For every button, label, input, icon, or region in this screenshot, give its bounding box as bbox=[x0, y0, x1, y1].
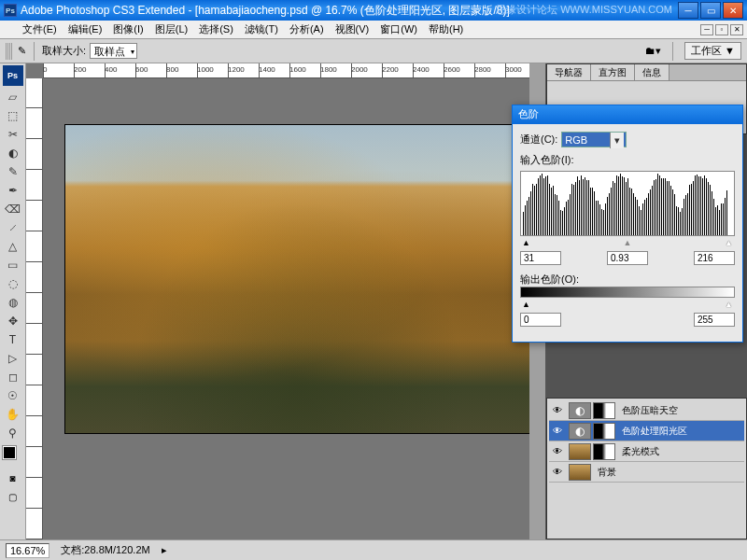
gamma-slider[interactable]: ▲ bbox=[624, 238, 632, 247]
watermark: 思缘设计论坛 WWW.MISSYUAN.COM bbox=[496, 3, 672, 17]
ruler-horizontal[interactable]: 0200400600800100012001400160018002000220… bbox=[43, 63, 529, 78]
layer-row[interactable]: 👁 色阶压暗天空 bbox=[549, 400, 744, 421]
layer-name[interactable]: 柔光模式 bbox=[622, 445, 659, 458]
menu-analysis[interactable]: 分析(A) bbox=[284, 22, 330, 36]
menu-image[interactable]: 图像(I) bbox=[107, 22, 148, 36]
layer-thumb[interactable] bbox=[569, 464, 591, 481]
color-swatch[interactable] bbox=[3, 446, 23, 467]
marquee-tool[interactable]: ⬚ bbox=[3, 107, 23, 124]
statusbar: 16.67% 文档:28.8M/120.2M ▸ bbox=[0, 539, 747, 560]
menu-edit[interactable]: 编辑(E) bbox=[63, 22, 108, 36]
layer-name[interactable]: 背景 bbox=[598, 466, 616, 479]
blur-tool[interactable]: ◍ bbox=[3, 294, 23, 311]
doc-info-chevron-icon[interactable]: ▸ bbox=[162, 544, 167, 556]
visibility-icon[interactable]: 👁 bbox=[549, 446, 566, 456]
toolbox: Ps ▱ ⬚ ✂ ◐ ✎ ✒ ⌫ ⟋ △ ▭ ◌ ◍ ✥ T ▷ ◻ ☉ ✋ ⚲… bbox=[0, 63, 26, 539]
out-black-input[interactable] bbox=[520, 313, 561, 327]
crop-tool[interactable]: ✎ bbox=[3, 163, 23, 180]
menu-select[interactable]: 选择(S) bbox=[193, 22, 239, 36]
sample-size-label: 取样大小: bbox=[42, 44, 86, 58]
doc-info[interactable]: 文档:28.8M/120.2M bbox=[61, 543, 149, 557]
layers-list: 👁 色阶压暗天空👁 色阶处理阳光区👁 柔光模式👁 背景 bbox=[547, 399, 746, 539]
hand-tool[interactable]: ✋ bbox=[3, 406, 23, 423]
close-button[interactable]: ✕ bbox=[723, 2, 743, 19]
dodge-tool[interactable]: ✥ bbox=[3, 313, 23, 329]
mask-thumb[interactable] bbox=[593, 443, 615, 460]
visibility-icon[interactable]: 👁 bbox=[549, 405, 566, 415]
out-white-slider[interactable]: ▲ bbox=[725, 300, 733, 309]
doc-minimize-button[interactable]: ─ bbox=[700, 24, 713, 35]
black-slider[interactable]: ▲ bbox=[522, 238, 530, 247]
zoom-field[interactable]: 16.67% bbox=[6, 543, 49, 558]
menu-window[interactable]: 窗口(W) bbox=[374, 22, 423, 36]
levels-dialog[interactable]: 色阶 通道(C): RGB 输入色阶(I): ▲ ▲ ▲ 输出色阶(O): ▲ … bbox=[512, 105, 743, 343]
layer-row[interactable]: 👁 柔光模式 bbox=[549, 441, 744, 462]
heal-tool[interactable]: ⌫ bbox=[3, 201, 23, 217]
workspace-switcher[interactable]: 工作区 ▼ bbox=[684, 42, 741, 60]
doc-restore-button[interactable]: ▫ bbox=[715, 24, 728, 35]
doc-close-button[interactable]: ✕ bbox=[730, 24, 743, 35]
menubar: 文件(E) 编辑(E) 图像(I) 图层(L) 选择(S) 滤镜(T) 分析(A… bbox=[0, 21, 747, 39]
layer-thumb[interactable] bbox=[569, 443, 591, 460]
grip-icon bbox=[6, 43, 12, 60]
mask-thumb[interactable] bbox=[593, 423, 615, 440]
layer-row[interactable]: 👁 色阶处理阳光区 bbox=[549, 421, 744, 441]
layer-row[interactable]: 👁 背景 bbox=[549, 462, 744, 483]
sample-size-select[interactable]: 取样点 bbox=[90, 43, 137, 59]
minimize-button[interactable]: ─ bbox=[678, 2, 698, 19]
stamp-tool[interactable]: △ bbox=[3, 238, 23, 255]
menu-layer[interactable]: 图层(L) bbox=[149, 22, 193, 36]
layer-name[interactable]: 色阶处理阳光区 bbox=[622, 425, 687, 438]
document-canvas[interactable] bbox=[65, 125, 529, 433]
lasso-tool[interactable]: ✂ bbox=[3, 126, 23, 143]
menu-help[interactable]: 帮助(H) bbox=[423, 22, 469, 36]
channel-select[interactable]: RGB bbox=[561, 132, 627, 147]
tab-navigator[interactable]: 导航器 bbox=[547, 64, 591, 80]
fg-color[interactable] bbox=[3, 446, 16, 459]
ruler-vertical[interactable] bbox=[26, 78, 43, 539]
out-white-input[interactable] bbox=[694, 313, 735, 327]
out-black-slider[interactable]: ▲ bbox=[522, 300, 530, 309]
gradient-tool[interactable]: ◌ bbox=[3, 275, 23, 292]
input-levels-label: 输入色阶(I): bbox=[520, 153, 735, 167]
histogram[interactable] bbox=[520, 171, 735, 236]
quickmask-toggle[interactable]: ◙ bbox=[3, 470, 23, 485]
gamma-input[interactable] bbox=[607, 251, 648, 265]
app-icon: Ps bbox=[4, 4, 17, 17]
layer-name[interactable]: 色阶压暗天空 bbox=[622, 404, 678, 417]
notes-tool[interactable]: ☉ bbox=[3, 387, 23, 404]
eraser-tool[interactable]: ▭ bbox=[3, 257, 23, 273]
brush-tool[interactable]: ⟋ bbox=[3, 219, 23, 236]
tab-histogram[interactable]: 直方图 bbox=[591, 64, 635, 80]
bridge-icon[interactable]: 🖿▾ bbox=[645, 45, 661, 57]
wand-tool[interactable]: ◐ bbox=[3, 145, 23, 161]
menu-filter[interactable]: 滤镜(T) bbox=[239, 22, 284, 36]
white-input[interactable] bbox=[694, 251, 735, 265]
layer-thumb[interactable] bbox=[569, 423, 591, 440]
dialog-title[interactable]: 色阶 bbox=[513, 105, 742, 124]
maximize-button[interactable]: ▭ bbox=[700, 2, 721, 19]
output-gradient[interactable] bbox=[520, 287, 735, 298]
menu-view[interactable]: 视图(V) bbox=[330, 22, 375, 36]
path-tool[interactable]: ▷ bbox=[3, 350, 23, 367]
move-tool[interactable]: ▱ bbox=[3, 89, 23, 105]
channel-label: 通道(C): bbox=[520, 133, 557, 147]
eyedropper-tool-icon[interactable]: ✎ bbox=[18, 45, 26, 57]
mask-thumb[interactable] bbox=[593, 402, 615, 419]
tab-info[interactable]: 信息 bbox=[635, 64, 669, 80]
layer-thumb[interactable] bbox=[569, 402, 591, 419]
screenmode-toggle[interactable]: ▢ bbox=[3, 489, 23, 504]
zoom-tool[interactable]: ⚲ bbox=[3, 425, 23, 441]
ps-logo-icon: Ps bbox=[3, 65, 23, 86]
visibility-icon[interactable]: 👁 bbox=[549, 467, 566, 477]
type-tool[interactable]: T bbox=[3, 331, 23, 348]
menu-file[interactable]: 文件(E) bbox=[17, 22, 63, 36]
shape-tool[interactable]: ◻ bbox=[3, 369, 23, 385]
optionsbar: ✎ 取样大小: 取样点 🖿▾ 工作区 ▼ bbox=[0, 39, 747, 63]
visibility-icon[interactable]: 👁 bbox=[549, 426, 566, 436]
white-slider[interactable]: ▲ bbox=[725, 238, 733, 247]
canvas-area: 0200400600800100012001400160018002000220… bbox=[26, 63, 529, 539]
output-levels-label: 输出色阶(O): bbox=[520, 273, 735, 287]
black-input[interactable] bbox=[520, 251, 561, 265]
eyedropper-tool[interactable]: ✒ bbox=[3, 182, 23, 199]
